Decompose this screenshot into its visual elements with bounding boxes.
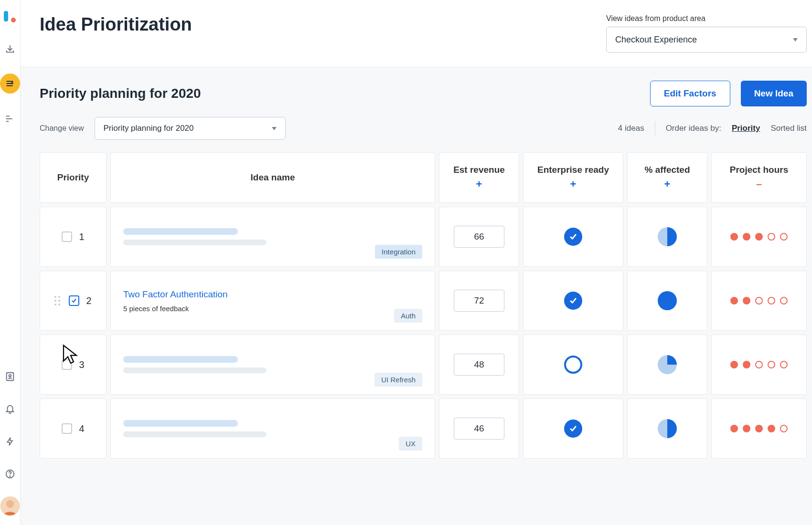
priority-cell: 2 <box>40 271 107 331</box>
skeleton-title <box>123 420 238 427</box>
col-affected: % affected+ <box>627 152 707 203</box>
subheader: Priority planning for 2020 Edit Factors … <box>21 67 812 106</box>
col-priority: Priority <box>40 152 107 203</box>
drag-handle[interactable] <box>54 296 62 305</box>
hours-dots <box>730 425 788 432</box>
nav-inbox[interactable] <box>0 39 20 59</box>
skeleton-subtitle <box>123 368 267 373</box>
row-checkbox[interactable] <box>62 423 72 434</box>
nav-power[interactable] <box>0 431 20 452</box>
revenue-cell <box>439 335 519 395</box>
skeleton-subtitle <box>123 240 267 245</box>
enterprise-badge <box>564 292 582 310</box>
area-selector[interactable]: Checkout Experience <box>606 27 807 52</box>
col-enterprise: Enterprise ready+ <box>523 152 623 203</box>
affected-cell[interactable] <box>627 335 707 395</box>
nav-roadmap[interactable] <box>0 108 20 128</box>
priority-number: 2 <box>86 295 91 306</box>
nav-contacts[interactable] <box>0 367 20 387</box>
priority-cell: 3 <box>40 335 107 395</box>
revenue-input[interactable] <box>454 354 504 376</box>
new-idea-button[interactable]: New Idea <box>741 81 807 106</box>
plus-icon: + <box>664 178 671 190</box>
page-title: Idea Prioritization <box>40 14 192 35</box>
edit-factors-button[interactable]: Edit Factors <box>650 81 730 106</box>
skeleton-title <box>123 356 238 363</box>
svg-point-5 <box>10 476 10 476</box>
view-title: Priority planning for 2020 <box>40 86 201 101</box>
priority-cell: 1 <box>40 207 107 267</box>
idea-cell[interactable]: UI Refresh <box>110 335 435 395</box>
col-idea: Idea name <box>110 152 435 203</box>
affected-pie <box>658 355 677 374</box>
order-sorted-link[interactable]: Sorted list <box>770 124 807 133</box>
priority-number: 1 <box>79 231 84 242</box>
change-view-label: Change view <box>40 124 84 133</box>
view-selected-value: Priority planning for 2020 <box>104 124 194 133</box>
view-toolbar: Change view Priority planning for 2020 4… <box>21 106 812 140</box>
area-selected-value: Checkout Experience <box>615 35 697 45</box>
enterprise-cell[interactable] <box>523 335 623 395</box>
row-checkbox[interactable] <box>62 359 72 370</box>
idea-tag: UX <box>399 437 422 451</box>
idea-title: Two Factor Authentication <box>123 289 422 300</box>
revenue-input[interactable] <box>454 418 504 440</box>
enterprise-cell[interactable] <box>523 271 623 331</box>
col-hours: Project hours– <box>711 152 807 203</box>
idea-tag: UI Refresh <box>374 373 422 387</box>
affected-cell[interactable] <box>627 399 707 459</box>
idea-subtitle: 5 pieces of feedback <box>123 304 422 313</box>
idea-tag: Integration <box>375 245 422 259</box>
hours-cell[interactable] <box>711 207 807 267</box>
skeleton-title <box>123 228 238 235</box>
hours-cell[interactable] <box>711 335 807 395</box>
revenue-input[interactable] <box>454 226 504 248</box>
priority-number: 3 <box>79 359 84 370</box>
nav-help[interactable] <box>0 464 20 484</box>
nav-notifications[interactable] <box>0 399 20 419</box>
revenue-cell <box>439 399 519 459</box>
hours-dots <box>730 361 788 368</box>
priority-cell: 4 <box>40 399 107 459</box>
order-label: Order ideas by: <box>666 124 721 133</box>
sidebar <box>0 0 21 525</box>
user-avatar[interactable] <box>0 496 20 515</box>
enterprise-badge <box>564 356 582 374</box>
revenue-cell <box>439 271 519 331</box>
affected-pie <box>658 291 677 310</box>
divider <box>655 121 655 136</box>
plus-icon: + <box>476 178 482 190</box>
row-checkbox[interactable] <box>69 295 79 306</box>
caret-down-icon <box>793 38 798 42</box>
svg-point-3 <box>9 375 11 377</box>
svg-point-1 <box>11 18 16 22</box>
idea-tag: Auth <box>394 309 422 323</box>
affected-pie <box>658 419 677 438</box>
order-priority-link[interactable]: Priority <box>732 124 760 133</box>
skeleton-subtitle <box>123 431 267 437</box>
nav-prioritize[interactable] <box>0 74 20 94</box>
revenue-input[interactable] <box>454 290 504 312</box>
svg-point-7 <box>6 500 14 508</box>
affected-cell[interactable] <box>627 207 707 267</box>
svg-rect-0 <box>4 11 8 21</box>
affected-cell[interactable] <box>627 271 707 331</box>
idea-cell[interactable]: Integration <box>110 207 435 267</box>
hours-cell[interactable] <box>711 271 807 331</box>
enterprise-cell[interactable] <box>523 207 623 267</box>
row-checkbox[interactable] <box>62 231 72 242</box>
idea-cell[interactable]: Two Factor Authentication5 pieces of fee… <box>110 271 435 331</box>
enterprise-cell[interactable] <box>523 399 623 459</box>
view-selector[interactable]: Priority planning for 2020 <box>95 117 286 140</box>
caret-down-icon <box>272 127 277 130</box>
col-revenue: Est revenue+ <box>439 152 519 203</box>
enterprise-badge <box>564 420 582 438</box>
revenue-cell <box>439 207 519 267</box>
idea-cell[interactable]: UX <box>110 399 435 459</box>
enterprise-badge <box>564 228 582 246</box>
ideas-count: 4 ideas <box>618 124 644 133</box>
brand-logo <box>2 9 18 25</box>
priority-number: 4 <box>79 423 84 434</box>
hours-cell[interactable] <box>711 399 807 459</box>
page-header: Idea Prioritization View ideas from prod… <box>21 0 812 67</box>
